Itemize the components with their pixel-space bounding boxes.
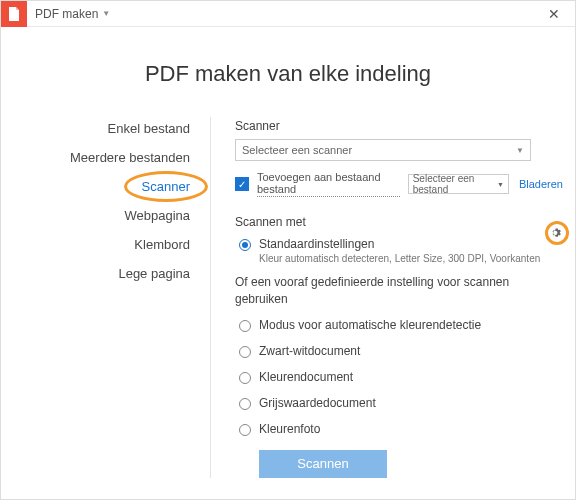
- radio-input[interactable]: [239, 320, 251, 332]
- scanner-select-value: Selecteer een scanner: [242, 144, 352, 156]
- page-heading: PDF maken van elke indeling: [1, 61, 575, 87]
- append-row: ✓ Toevoegen aan bestaand bestand Selecte…: [235, 171, 563, 197]
- chevron-down-icon: ▼: [516, 146, 524, 155]
- file-select-value: Selecteer een bestand: [413, 173, 497, 195]
- close-button[interactable]: ✕: [539, 1, 569, 27]
- radio-preset-color-doc[interactable]: Kleurendocument: [235, 370, 563, 384]
- check-icon: ✓: [238, 179, 246, 190]
- sidebar-item-label: Meerdere bestanden: [70, 150, 190, 165]
- chevron-down-icon: ▼: [102, 9, 110, 18]
- sidebar-item-blank-page[interactable]: Lege pagina: [118, 266, 190, 281]
- scan-with-heading: Scannen met: [235, 215, 563, 229]
- close-icon: ✕: [548, 6, 560, 22]
- append-checkbox[interactable]: ✓: [235, 177, 249, 191]
- radio-label: Standaardinstellingen: [259, 237, 540, 251]
- predefined-text: Of een vooraf gedefinieerde instelling v…: [235, 274, 563, 308]
- titlebar: PDF maken ▼ ✕: [1, 1, 575, 27]
- sidebar-item-clipboard[interactable]: Klembord: [134, 237, 190, 252]
- scanner-select[interactable]: Selecteer een scanner ▼: [235, 139, 531, 161]
- radio-preset-auto-color[interactable]: Modus voor automatische kleurendetectie: [235, 318, 563, 332]
- window-title-text: PDF maken: [35, 7, 98, 21]
- sidebar-item-label: Scanner: [142, 179, 190, 194]
- preset-list: Modus voor automatische kleurendetectie …: [235, 318, 563, 436]
- sidebar-item-label: Webpagina: [124, 208, 190, 223]
- radio-description: Kleur automatisch detecteren, Letter Siz…: [259, 253, 540, 264]
- scanner-panel: Scanner Selecteer een scanner ▼ ✓ Toevoe…: [211, 117, 563, 478]
- radio-default-settings[interactable]: Standaardinstellingen Kleur automatisch …: [235, 237, 563, 264]
- sidebar-item-multiple-files[interactable]: Meerdere bestanden: [70, 150, 190, 165]
- radio-preset-bw[interactable]: Zwart-witdocument: [235, 344, 563, 358]
- sidebar: Enkel bestand Meerdere bestanden Scanner…: [1, 117, 211, 478]
- sidebar-item-scanner[interactable]: Scanner: [142, 179, 190, 194]
- radio-preset-color-photo[interactable]: Kleurenfoto: [235, 422, 563, 436]
- radio-label: Kleurenfoto: [259, 422, 320, 436]
- radio-label: Grijswaardedocument: [259, 396, 376, 410]
- sidebar-item-label: Enkel bestand: [108, 121, 190, 136]
- scanner-field-label: Scanner: [235, 119, 563, 133]
- window-title[interactable]: PDF maken ▼: [35, 7, 110, 21]
- radio-label: Zwart-witdocument: [259, 344, 360, 358]
- gear-icon: [551, 227, 564, 240]
- sidebar-item-label: Klembord: [134, 237, 190, 252]
- settings-button[interactable]: [545, 221, 569, 245]
- browse-link[interactable]: Bladeren: [519, 178, 563, 190]
- radio-label: Modus voor automatische kleurendetectie: [259, 318, 481, 332]
- append-label: Toevoegen aan bestaand bestand: [257, 171, 400, 197]
- content: Enkel bestand Meerdere bestanden Scanner…: [1, 117, 575, 478]
- radio-input[interactable]: [239, 346, 251, 358]
- app-icon: [1, 1, 27, 27]
- radio-preset-grayscale[interactable]: Grijswaardedocument: [235, 396, 563, 410]
- sidebar-item-label: Lege pagina: [118, 266, 190, 281]
- scan-button[interactable]: Scannen: [259, 450, 387, 478]
- sidebar-item-webpage[interactable]: Webpagina: [124, 208, 190, 223]
- pdf-icon: [6, 6, 22, 22]
- radio-label: Kleurendocument: [259, 370, 353, 384]
- chevron-down-icon: ▼: [497, 181, 504, 188]
- sidebar-item-single-file[interactable]: Enkel bestand: [108, 121, 190, 136]
- scan-button-label: Scannen: [297, 456, 348, 471]
- radio-input[interactable]: [239, 398, 251, 410]
- file-select[interactable]: Selecteer een bestand ▼: [408, 174, 509, 194]
- radio-input[interactable]: [239, 239, 251, 251]
- radio-input[interactable]: [239, 372, 251, 384]
- radio-input[interactable]: [239, 424, 251, 436]
